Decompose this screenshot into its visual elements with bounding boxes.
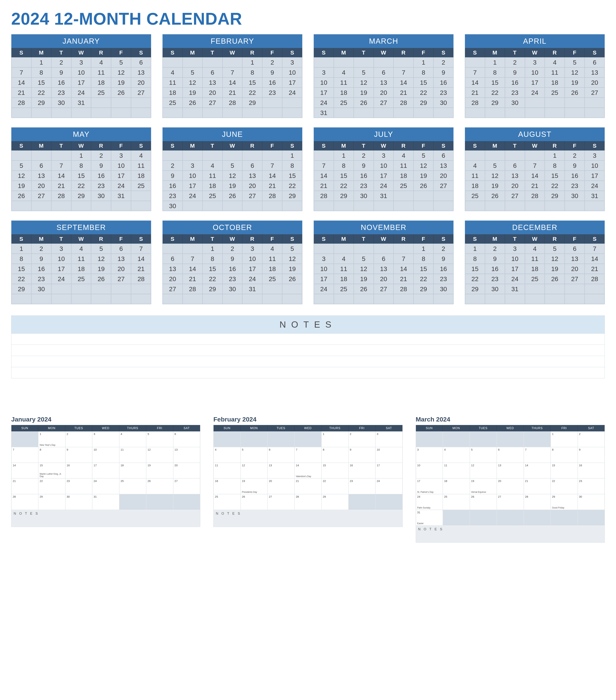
monthly-day-cell[interactable]: 12: [470, 463, 497, 478]
monthly-day-cell[interactable]: [524, 432, 551, 447]
monthly-day-cell[interactable]: 13: [173, 447, 200, 463]
monthly-day-cell[interactable]: 1: [322, 432, 348, 447]
monthly-day-cell[interactable]: 17St. Patrick's Day: [416, 478, 443, 494]
monthly-day-cell[interactable]: 20: [173, 463, 200, 478]
monthly-day-cell[interactable]: 5: [146, 432, 173, 447]
monthly-day-cell[interactable]: 3: [416, 447, 443, 463]
monthly-day-cell[interactable]: 19Presidents Day: [241, 478, 267, 494]
monthly-day-cell[interactable]: [497, 432, 524, 447]
monthly-day-cell[interactable]: 13: [497, 463, 524, 478]
monthly-day-cell[interactable]: 19Vernal Equinox: [470, 478, 497, 494]
monthly-day-cell[interactable]: [119, 494, 146, 510]
monthly-day-cell[interactable]: 20: [497, 478, 524, 494]
monthly-day-cell[interactable]: 2: [349, 432, 375, 447]
monthly-day-cell[interactable]: 8: [322, 447, 348, 463]
monthly-day-cell[interactable]: 13: [267, 463, 294, 478]
monthly-day-cell[interactable]: 22: [551, 478, 578, 494]
monthly-day-cell[interactable]: 3: [375, 432, 402, 447]
monthly-day-cell[interactable]: 17: [375, 463, 402, 478]
monthly-day-cell[interactable]: [416, 432, 443, 447]
monthly-day-cell[interactable]: 4: [214, 447, 240, 463]
note-line[interactable]: [11, 345, 605, 356]
monthly-day-cell[interactable]: [267, 432, 294, 447]
note-line[interactable]: [11, 333, 605, 345]
monthly-day-cell[interactable]: 9: [65, 447, 92, 463]
monthly-day-cell[interactable]: [443, 432, 470, 447]
monthly-day-cell[interactable]: 21: [294, 478, 322, 494]
monthly-day-cell[interactable]: 16: [65, 463, 92, 478]
monthly-day-cell[interactable]: 10: [375, 447, 402, 463]
monthly-day-cell[interactable]: 18: [443, 478, 470, 494]
monthly-day-cell[interactable]: 11: [119, 447, 146, 463]
note-line[interactable]: [11, 356, 605, 367]
monthly-day-cell[interactable]: [173, 494, 200, 510]
monthly-day-cell[interactable]: 28: [11, 494, 38, 510]
monthly-day-cell[interactable]: 15: [322, 463, 348, 478]
monthly-day-cell[interactable]: 4: [119, 432, 146, 447]
monthly-day-cell[interactable]: 12: [146, 447, 173, 463]
monthly-day-cell[interactable]: 28: [524, 494, 551, 510]
monthly-day-cell[interactable]: 6: [173, 432, 200, 447]
monthly-day-cell[interactable]: 3: [92, 432, 119, 447]
monthly-day-cell[interactable]: 6: [267, 447, 294, 463]
monthly-day-cell[interactable]: 26: [146, 478, 173, 494]
monthly-day-cell[interactable]: 26: [470, 494, 497, 510]
monthly-day-cell[interactable]: 29: [322, 494, 348, 510]
monthly-day-cell[interactable]: 10: [416, 463, 443, 478]
monthly-day-cell[interactable]: 16: [578, 463, 605, 478]
monthly-day-cell[interactable]: 24Palm Sunday: [416, 494, 443, 510]
monthly-day-cell[interactable]: 21: [11, 478, 38, 494]
monthly-day-cell[interactable]: [551, 510, 578, 525]
monthly-day-cell[interactable]: 29: [38, 494, 65, 510]
monthly-day-cell[interactable]: 18: [119, 463, 146, 478]
monthly-day-cell[interactable]: 21: [524, 478, 551, 494]
monthly-day-cell[interactable]: 5: [470, 447, 497, 463]
monthly-day-cell[interactable]: 27: [497, 494, 524, 510]
monthly-day-cell[interactable]: 27: [267, 494, 294, 510]
monthly-day-cell[interactable]: 17: [92, 463, 119, 478]
monthly-day-cell[interactable]: 6: [497, 447, 524, 463]
monthly-day-cell[interactable]: 15Martin Luther King, Jr. Day: [38, 463, 65, 478]
monthly-day-cell[interactable]: [375, 494, 402, 510]
monthly-notes[interactable]: N O T E S: [214, 510, 402, 527]
monthly-day-cell[interactable]: [470, 510, 497, 525]
monthly-day-cell[interactable]: 31Easter: [416, 510, 443, 525]
monthly-day-cell[interactable]: 15: [551, 463, 578, 478]
monthly-day-cell[interactable]: 11: [443, 463, 470, 478]
monthly-day-cell[interactable]: 9: [349, 447, 375, 463]
monthly-day-cell[interactable]: 14Valentine's Day: [294, 463, 322, 478]
monthly-day-cell[interactable]: 20: [267, 478, 294, 494]
monthly-day-cell[interactable]: 27: [173, 478, 200, 494]
monthly-day-cell[interactable]: 14: [11, 463, 38, 478]
monthly-day-cell[interactable]: 12: [241, 463, 267, 478]
note-line[interactable]: [11, 367, 605, 378]
monthly-day-cell[interactable]: 4: [443, 447, 470, 463]
monthly-day-cell[interactable]: 28: [294, 494, 322, 510]
monthly-day-cell[interactable]: 18: [214, 478, 240, 494]
monthly-day-cell[interactable]: [214, 432, 240, 447]
monthly-day-cell[interactable]: 7: [294, 447, 322, 463]
monthly-day-cell[interactable]: 8: [551, 447, 578, 463]
monthly-day-cell[interactable]: 2: [578, 432, 605, 447]
monthly-day-cell[interactable]: 5: [241, 447, 267, 463]
monthly-day-cell[interactable]: 8: [38, 447, 65, 463]
monthly-day-cell[interactable]: [497, 510, 524, 525]
monthly-day-cell[interactable]: 22: [322, 478, 348, 494]
monthly-day-cell[interactable]: [11, 432, 38, 447]
monthly-day-cell[interactable]: [146, 494, 173, 510]
monthly-day-cell[interactable]: 25: [119, 478, 146, 494]
monthly-day-cell[interactable]: 24: [375, 478, 402, 494]
monthly-day-cell[interactable]: [443, 510, 470, 525]
monthly-day-cell[interactable]: 9: [578, 447, 605, 463]
monthly-day-cell[interactable]: 25: [214, 494, 240, 510]
monthly-day-cell[interactable]: 7: [524, 447, 551, 463]
monthly-day-cell[interactable]: 30: [65, 494, 92, 510]
monthly-day-cell[interactable]: 7: [11, 447, 38, 463]
monthly-day-cell[interactable]: 16: [349, 463, 375, 478]
monthly-day-cell[interactable]: 30: [578, 494, 605, 510]
monthly-day-cell[interactable]: 22: [38, 478, 65, 494]
monthly-day-cell[interactable]: 23: [349, 478, 375, 494]
monthly-day-cell[interactable]: 19: [146, 463, 173, 478]
monthly-day-cell[interactable]: 26: [241, 494, 267, 510]
monthly-day-cell[interactable]: 24: [92, 478, 119, 494]
